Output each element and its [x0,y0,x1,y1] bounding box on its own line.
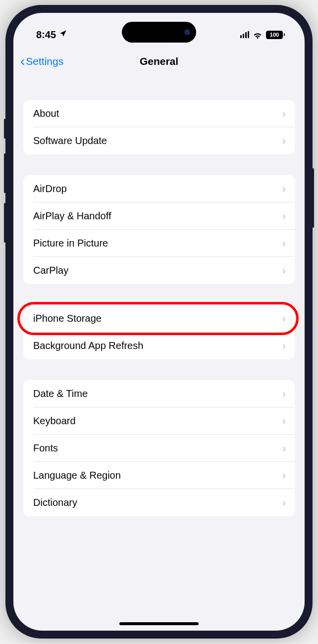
chevron-right-icon: › [282,210,286,222]
chevron-right-icon: › [282,238,286,249]
row-dictionary[interactable]: Dictionary › [23,489,295,516]
chevron-right-icon: › [282,415,286,427]
chevron-right-icon: › [282,313,286,324]
chevron-left-icon: ‹ [20,53,25,69]
chevron-right-icon: › [282,183,286,195]
row-label: Picture in Picture [33,238,108,249]
chevron-right-icon: › [282,108,286,119]
content-area: About › Software Update › AirDrop › AirP… [13,100,305,516]
home-indicator[interactable] [119,622,199,625]
row-airplay-handoff[interactable]: AirPlay & Handoff › [23,202,295,230]
row-label: AirPlay & Handoff [33,210,111,222]
row-label: Keyboard [33,415,76,427]
chevron-right-icon: › [282,340,286,351]
back-button[interactable]: ‹ Settings [20,53,63,69]
row-label: Fonts [33,443,58,454]
settings-group-4: Date & Time › Keyboard › Fonts › Languag… [23,380,295,516]
row-label: Background App Refresh [33,340,143,351]
row-date-time[interactable]: Date & Time › [23,380,295,407]
row-software-update[interactable]: Software Update › [23,127,295,154]
battery-indicator: 100 [266,31,285,39]
page-title: General [140,55,178,67]
row-label: AirDrop [33,183,67,195]
settings-group-1: About › Software Update › [23,100,295,154]
row-label: Language & Region [33,470,121,481]
chevron-right-icon: › [282,135,286,147]
row-label: Dictionary [33,497,77,508]
row-carplay[interactable]: CarPlay › [23,257,295,284]
wifi-icon [253,31,263,39]
row-language-region[interactable]: Language & Region › [23,462,295,489]
battery-level: 100 [266,31,283,39]
row-label: Software Update [33,135,107,147]
dynamic-island [122,22,196,43]
row-airdrop[interactable]: AirDrop › [23,175,295,202]
chevron-right-icon: › [282,470,286,481]
status-right: 100 [240,31,285,39]
row-picture-in-picture[interactable]: Picture in Picture › [23,230,295,257]
settings-group-3: iPhone Storage › Background App Refresh … [23,305,295,359]
row-about[interactable]: About › [23,100,295,127]
chevron-right-icon: › [282,265,286,276]
row-iphone-storage[interactable]: iPhone Storage › [23,305,295,332]
status-left: 8:45 [36,29,67,41]
row-fonts[interactable]: Fonts › [23,435,295,462]
chevron-right-icon: › [282,388,286,399]
row-label: About [33,108,59,119]
chevron-right-icon: › [282,497,286,508]
row-label: iPhone Storage [33,313,102,324]
location-icon [59,30,67,40]
back-label: Settings [26,55,63,67]
navigation-bar: ‹ Settings General [13,45,305,76]
row-background-app-refresh[interactable]: Background App Refresh › [23,332,295,359]
chevron-right-icon: › [282,443,286,454]
settings-group-2: AirDrop › AirPlay & Handoff › Picture in… [23,175,295,284]
row-label: Date & Time [33,388,88,399]
row-label: CarPlay [33,265,68,276]
phone-frame: 8:45 100 ‹ Sett [5,5,313,639]
row-keyboard[interactable]: Keyboard › [23,407,295,435]
cellular-signal-icon [240,31,249,38]
screen: 8:45 100 ‹ Sett [13,13,305,631]
status-time: 8:45 [36,29,56,41]
